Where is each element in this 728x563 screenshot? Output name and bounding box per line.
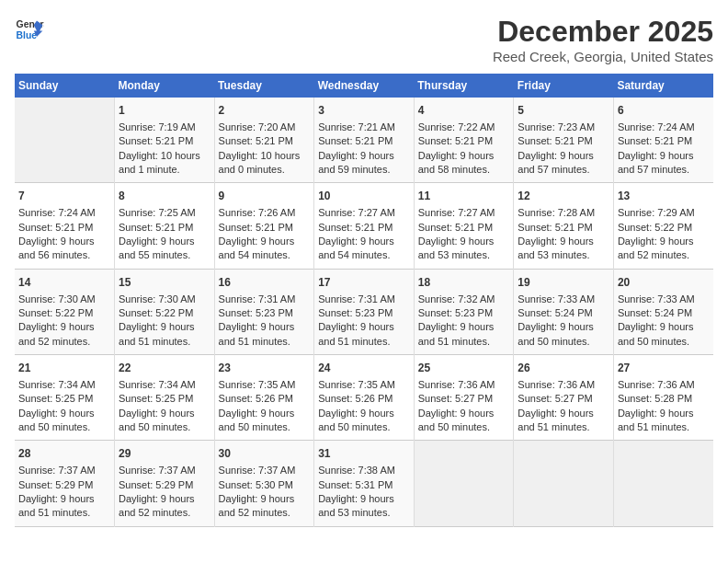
header: General Blue December 2025 Reed Creek, G… xyxy=(15,15,713,64)
sunrise-text: Sunrise: 7:27 AM xyxy=(418,207,495,218)
calendar-cell xyxy=(514,441,614,526)
col-wednesday: Wednesday xyxy=(314,74,415,98)
sunset-text: Sunset: 5:25 PM xyxy=(18,393,93,404)
col-tuesday: Tuesday xyxy=(214,74,314,98)
day-number: 13 xyxy=(618,189,710,204)
calendar-week-row: 28Sunrise: 7:37 AMSunset: 5:29 PMDayligh… xyxy=(15,441,713,526)
day-number: 1 xyxy=(119,103,210,119)
calendar-cell: 5Sunrise: 7:23 AMSunset: 5:21 PMDaylight… xyxy=(514,98,614,183)
calendar-week-row: 14Sunrise: 7:30 AMSunset: 5:22 PMDayligh… xyxy=(15,269,713,354)
calendar-cell: 15Sunrise: 7:30 AMSunset: 5:22 PMDayligh… xyxy=(115,269,215,354)
day-number: 30 xyxy=(219,446,311,462)
calendar-cell: 26Sunrise: 7:36 AMSunset: 5:27 PMDayligh… xyxy=(514,355,614,441)
calendar-cell: 10Sunrise: 7:27 AMSunset: 5:21 PMDayligh… xyxy=(314,183,415,269)
sunset-text: Sunset: 5:27 PM xyxy=(418,393,493,404)
sunset-text: Sunset: 5:24 PM xyxy=(518,307,592,318)
title-area: December 2025 Reed Creek, Georgia, Unite… xyxy=(493,15,713,64)
day-number: 25 xyxy=(418,361,510,376)
sunset-text: Sunset: 5:22 PM xyxy=(18,307,93,318)
sunrise-text: Sunrise: 7:36 AM xyxy=(418,379,495,390)
logo-icon: General Blue xyxy=(15,15,44,44)
calendar-cell: 14Sunrise: 7:30 AMSunset: 5:22 PMDayligh… xyxy=(15,269,115,354)
sunrise-text: Sunrise: 7:38 AM xyxy=(318,465,395,476)
day-number: 15 xyxy=(119,275,210,291)
daylight-text: Daylight: 9 hours and 54 minutes. xyxy=(318,236,394,260)
daylight-text: Daylight: 9 hours and 52 minutes. xyxy=(618,236,694,260)
day-number: 19 xyxy=(518,275,609,291)
daylight-text: Daylight: 9 hours and 54 minutes. xyxy=(219,236,295,260)
page-subtitle: Reed Creek, Georgia, United States xyxy=(493,49,713,64)
calendar-cell: 13Sunrise: 7:29 AMSunset: 5:22 PMDayligh… xyxy=(613,183,713,269)
col-monday: Monday xyxy=(115,74,215,98)
daylight-text: Daylight: 9 hours and 57 minutes. xyxy=(518,150,594,175)
calendar-cell: 12Sunrise: 7:28 AMSunset: 5:21 PMDayligh… xyxy=(514,183,614,269)
calendar-week-row: 7Sunrise: 7:24 AMSunset: 5:21 PMDaylight… xyxy=(15,183,713,269)
calendar-cell: 17Sunrise: 7:31 AMSunset: 5:23 PMDayligh… xyxy=(314,269,415,354)
calendar-cell: 3Sunrise: 7:21 AMSunset: 5:21 PMDaylight… xyxy=(314,98,415,183)
calendar-cell: 29Sunrise: 7:37 AMSunset: 5:29 PMDayligh… xyxy=(115,441,215,526)
calendar-cell: 4Sunrise: 7:22 AMSunset: 5:21 PMDaylight… xyxy=(414,98,514,183)
daylight-text: Daylight: 9 hours and 59 minutes. xyxy=(318,150,394,175)
sunrise-text: Sunrise: 7:31 AM xyxy=(219,293,296,304)
sunrise-text: Sunrise: 7:24 AM xyxy=(618,121,695,132)
day-number: 17 xyxy=(318,275,410,291)
sunrise-text: Sunrise: 7:26 AM xyxy=(219,207,296,218)
day-number: 24 xyxy=(318,361,410,376)
sunset-text: Sunset: 5:21 PM xyxy=(18,222,93,233)
col-friday: Friday xyxy=(514,74,614,98)
daylight-text: Daylight: 9 hours and 51 minutes. xyxy=(119,321,195,346)
daylight-text: Daylight: 9 hours and 52 minutes. xyxy=(18,321,95,346)
sunset-text: Sunset: 5:21 PM xyxy=(318,222,392,233)
sunset-text: Sunset: 5:21 PM xyxy=(518,135,592,146)
calendar-cell: 22Sunrise: 7:34 AMSunset: 5:25 PMDayligh… xyxy=(115,355,215,441)
daylight-text: Daylight: 9 hours and 51 minutes. xyxy=(219,321,295,346)
calendar-cell: 7Sunrise: 7:24 AMSunset: 5:21 PMDaylight… xyxy=(15,183,115,269)
day-number: 7 xyxy=(18,189,110,204)
calendar-cell xyxy=(15,98,115,183)
sunset-text: Sunset: 5:23 PM xyxy=(418,307,493,318)
calendar-cell: 16Sunrise: 7:31 AMSunset: 5:23 PMDayligh… xyxy=(214,269,314,354)
sunrise-text: Sunrise: 7:25 AM xyxy=(119,207,196,218)
sunrise-text: Sunrise: 7:37 AM xyxy=(119,465,196,476)
sunrise-text: Sunrise: 7:32 AM xyxy=(418,293,495,304)
sunrise-text: Sunrise: 7:36 AM xyxy=(618,379,695,390)
sunset-text: Sunset: 5:24 PM xyxy=(618,307,692,318)
sunset-text: Sunset: 5:28 PM xyxy=(618,393,692,404)
daylight-text: Daylight: 9 hours and 51 minutes. xyxy=(518,408,594,432)
calendar-cell: 31Sunrise: 7:38 AMSunset: 5:31 PMDayligh… xyxy=(314,441,415,526)
sunset-text: Sunset: 5:31 PM xyxy=(318,479,392,490)
sunrise-text: Sunrise: 7:20 AM xyxy=(219,121,296,132)
calendar-cell: 8Sunrise: 7:25 AMSunset: 5:21 PMDaylight… xyxy=(115,183,215,269)
calendar-week-row: 21Sunrise: 7:34 AMSunset: 5:25 PMDayligh… xyxy=(15,355,713,441)
sunset-text: Sunset: 5:21 PM xyxy=(119,135,193,146)
sunset-text: Sunset: 5:29 PM xyxy=(18,479,93,490)
daylight-text: Daylight: 9 hours and 50 minutes. xyxy=(518,321,594,346)
sunrise-text: Sunrise: 7:34 AM xyxy=(119,379,196,390)
sunrise-text: Sunrise: 7:37 AM xyxy=(219,465,296,476)
sunrise-text: Sunrise: 7:22 AM xyxy=(418,121,495,132)
calendar-cell: 20Sunrise: 7:33 AMSunset: 5:24 PMDayligh… xyxy=(613,269,713,354)
daylight-text: Daylight: 9 hours and 52 minutes. xyxy=(119,493,195,518)
sunset-text: Sunset: 5:23 PM xyxy=(318,307,392,318)
daylight-text: Daylight: 9 hours and 52 minutes. xyxy=(219,493,295,518)
sunset-text: Sunset: 5:21 PM xyxy=(418,135,493,146)
daylight-text: Daylight: 10 hours and 0 minutes. xyxy=(219,150,301,175)
day-number: 9 xyxy=(219,189,311,204)
sunrise-text: Sunrise: 7:28 AM xyxy=(518,207,595,218)
calendar-cell: 18Sunrise: 7:32 AMSunset: 5:23 PMDayligh… xyxy=(414,269,514,354)
sunrise-text: Sunrise: 7:19 AM xyxy=(119,121,196,132)
page-title: December 2025 xyxy=(493,15,713,49)
sunrise-text: Sunrise: 7:29 AM xyxy=(618,207,695,218)
day-number: 4 xyxy=(418,103,510,119)
day-number: 2 xyxy=(219,103,311,119)
day-number: 31 xyxy=(318,446,410,462)
daylight-text: Daylight: 9 hours and 51 minutes. xyxy=(18,493,95,518)
calendar-cell: 2Sunrise: 7:20 AMSunset: 5:21 PMDaylight… xyxy=(214,98,314,183)
calendar-cell: 11Sunrise: 7:27 AMSunset: 5:21 PMDayligh… xyxy=(414,183,514,269)
sunset-text: Sunset: 5:26 PM xyxy=(219,393,293,404)
sunrise-text: Sunrise: 7:30 AM xyxy=(119,293,196,304)
daylight-text: Daylight: 9 hours and 51 minutes. xyxy=(318,321,394,346)
sunrise-text: Sunrise: 7:31 AM xyxy=(318,293,395,304)
calendar-cell: 9Sunrise: 7:26 AMSunset: 5:21 PMDaylight… xyxy=(214,183,314,269)
sunset-text: Sunset: 5:21 PM xyxy=(318,135,392,146)
